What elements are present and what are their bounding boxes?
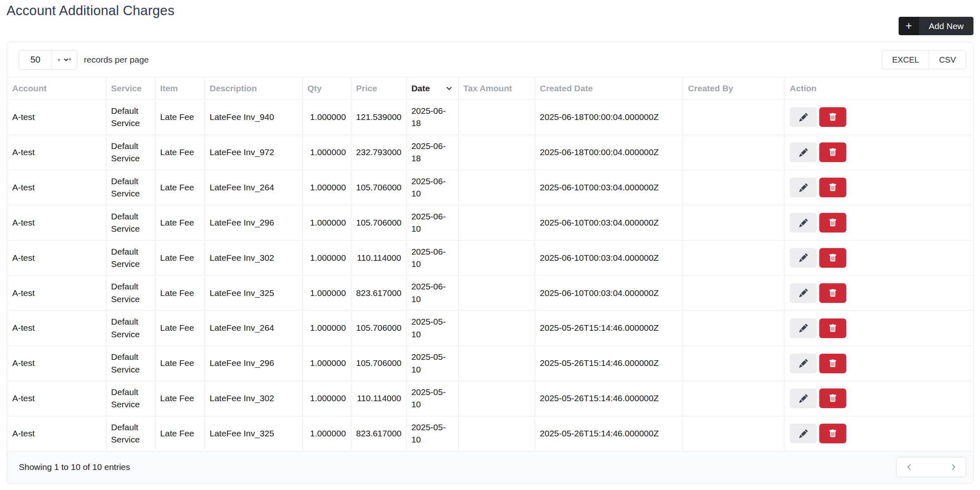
column-header-account[interactable]: Account [7,77,106,100]
cell-tax-amount [458,311,535,346]
table-row: A-test Default Service Late Fee LateFee … [7,346,973,381]
delete-button[interactable] [819,424,846,443]
cell-action [785,135,973,170]
chevron-left-icon [905,463,914,472]
cell-description: LateFee Inv_325 [205,416,302,451]
edit-button[interactable] [790,178,817,197]
column-header-tax_amount[interactable]: Tax Amount [458,77,535,100]
cell-tax-amount [458,416,535,451]
edit-button[interactable] [790,318,817,338]
cell-created-date: 2025-05-26T15:14:46.000000Z [535,381,683,416]
cell-item: Late Fee [155,100,205,135]
delete-button[interactable] [819,107,846,127]
delete-button[interactable] [819,178,846,197]
delete-button[interactable] [819,248,846,268]
cell-date: 2025-06-10 [406,240,458,275]
export-button-group: EXCEL CSV [882,50,966,69]
cell-date: 2025-06-10 [406,275,458,311]
cell-description: LateFee Inv_302 [205,381,302,416]
cell-created-date: 2025-06-10T00:03:04.000000Z [535,170,683,205]
cell-description: LateFee Inv_264 [205,170,302,205]
edit-button[interactable] [790,388,817,408]
cell-created-date: 2025-06-18T00:00:04.000000Z [535,100,683,135]
cell-created-by [683,100,784,135]
cell-description: LateFee Inv_940 [205,100,302,135]
next-page-button[interactable] [941,457,966,477]
edit-button[interactable] [790,107,817,127]
column-header-created_date[interactable]: Created Date [535,77,683,100]
sort-chevron-down-icon [445,84,453,93]
export-excel-button[interactable]: EXCEL [882,50,929,69]
cell-description: LateFee Inv_972 [205,135,302,170]
cell-price: 105.706000 [351,346,406,381]
add-new-button[interactable]: + Add New [899,17,973,35]
page-1-button[interactable]: 1 [922,457,941,477]
column-header-date[interactable]: Date [406,77,458,100]
edit-button[interactable] [790,354,817,373]
column-header-item[interactable]: Item [155,77,205,100]
cell-date: 2025-05-10 [406,346,458,381]
page-title: Account Additional Charges [7,2,973,18]
cell-tax-amount [458,346,535,381]
cell-tax-amount [458,381,535,416]
cell-price: 105.706000 [351,205,406,240]
select-arrows-icon: ▾ ⌄ ▴ [52,50,77,69]
plus-icon: + [899,17,919,35]
delete-button[interactable] [819,388,846,408]
cell-created-by [683,311,784,346]
edit-button[interactable] [790,283,817,303]
column-header-service[interactable]: Service [106,77,155,100]
table-controls: 50 ▾ ⌄ ▴ records per page EXCEL CSV [7,42,973,77]
pencil-icon [799,253,808,262]
column-header-created_by[interactable]: Created By [683,77,784,100]
cell-item: Late Fee [155,346,205,381]
cell-created-date: 2025-05-26T15:14:46.000000Z [535,311,683,346]
cell-created-by [683,135,784,170]
edit-button[interactable] [790,142,817,162]
column-header-description[interactable]: Description [205,77,302,100]
column-header-price[interactable]: Price [351,77,406,100]
cell-tax-amount [458,240,535,275]
delete-button[interactable] [819,283,846,303]
trash-icon [829,148,837,156]
pagination: 1 [896,457,966,477]
cell-service: Default Service [106,346,155,381]
pencil-icon [799,113,808,122]
cell-qty: 1.000000 [302,275,351,311]
pencil-icon [799,148,808,157]
delete-button[interactable] [819,213,846,233]
cell-tax-amount [458,135,535,170]
column-header-qty[interactable]: Qty [302,77,351,100]
cell-created-by [683,275,784,311]
cell-service: Default Service [106,416,155,451]
records-per-page-select[interactable]: 50 ▾ ⌄ ▴ [19,50,77,70]
cell-price: 105.706000 [351,170,406,205]
delete-button[interactable] [819,318,846,338]
trash-icon [829,324,837,332]
cell-action [785,100,973,135]
cell-item: Late Fee [155,275,205,311]
cell-account: A-test [7,240,106,275]
cell-date: 2025-06-10 [406,170,458,205]
cell-description: LateFee Inv_296 [205,205,302,240]
delete-button[interactable] [819,142,846,162]
cell-service: Default Service [106,205,155,240]
cell-item: Late Fee [155,135,205,170]
table-row: A-test Default Service Late Fee LateFee … [7,275,973,311]
cell-qty: 1.000000 [302,381,351,416]
trash-icon [829,113,837,121]
edit-button[interactable] [790,424,817,443]
cell-date: 2025-05-10 [406,416,458,451]
cell-tax-amount [458,170,535,205]
cell-action [785,240,973,275]
previous-page-button[interactable] [897,457,922,477]
cell-qty: 1.000000 [302,100,351,135]
cell-price: 121.539000 [351,100,406,135]
cell-description: LateFee Inv_325 [205,275,302,311]
column-header-action[interactable]: Action [785,77,973,100]
export-csv-button[interactable]: CSV [929,50,966,69]
edit-button[interactable] [790,213,817,233]
cell-price: 823.617000 [351,416,406,451]
delete-button[interactable] [819,354,846,373]
edit-button[interactable] [790,248,817,268]
